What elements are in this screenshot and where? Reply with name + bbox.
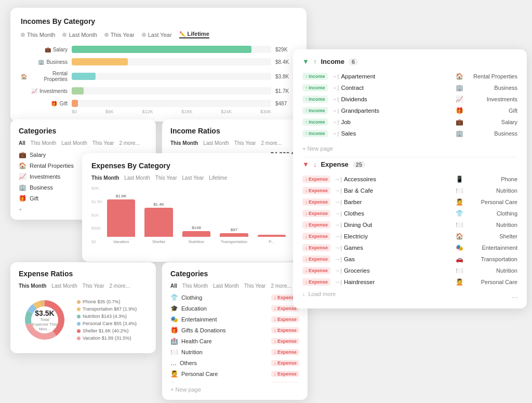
cat-filter-all[interactable]: All — [19, 140, 25, 146]
ir-filter-last-month[interactable]: Last Month — [203, 140, 229, 146]
tree-badge-expense: ↓ Expense — [302, 256, 330, 263]
tree-row-name: Job — [341, 119, 456, 125]
ce-filter-more[interactable]: 2 more... — [271, 283, 291, 289]
exp-filter-this-month[interactable]: This Month — [91, 175, 119, 181]
tree-row[interactable]: ↓ Expense →| Bar & Cafe 🍽️ Nutrition — [302, 185, 517, 196]
cat-filter-more[interactable]: 2 more... — [119, 140, 139, 146]
income-bar-label: 📈 Investments — [21, 88, 68, 94]
income-bar-track — [72, 100, 271, 107]
exp-filter-lifetime[interactable]: Lifetime — [209, 175, 227, 181]
tree-new-page-income[interactable]: + New page — [302, 143, 517, 154]
list-item[interactable]: 🍽️ Nutrition ↓ Expense — [170, 348, 299, 356]
tree-row[interactable]: ↓ Expense →| Accessoires 📱 Phone — [302, 173, 517, 185]
tree-right-label: Investments — [466, 96, 517, 102]
tree-right-label: Nutrition — [466, 222, 517, 228]
exp-badge: ↓ Expense — [271, 349, 299, 355]
filter-lifetime[interactable]: ✏️ Lifetime — [179, 31, 209, 38]
ce-filter-this-year[interactable]: This Year — [244, 283, 266, 289]
list-item[interactable]: 👕 Clothing ↓ Expense — [170, 294, 299, 301]
list-item[interactable]: 🎁 Gifts & Donations ↓ Expense — [170, 327, 299, 334]
er-filter-last-month[interactable]: Last Month — [51, 283, 77, 289]
income-bar-label: 🎁 Gift — [21, 101, 68, 106]
tree-badge-income: ↑ Income — [302, 96, 328, 103]
expense-ratios-donut-area: $3.5K Total Expense This Mon... Phone $3… — [19, 294, 148, 346]
ir-filter-more[interactable]: 2 more... — [261, 140, 282, 146]
ce-filter-last-month[interactable]: Last Month — [213, 283, 238, 289]
more-options-button[interactable]: ··· — [512, 293, 518, 302]
er-filter-this-year[interactable]: This Year — [83, 283, 104, 289]
income-bar-track — [72, 87, 271, 95]
exp-bar-value: $1.4K — [153, 202, 164, 207]
tree-row[interactable]: ↑ Income →| Dividends 📈 Investments — [302, 93, 517, 105]
income-ratios-title: Income Ratios — [170, 127, 298, 135]
filter-this-year[interactable]: This Year — [104, 32, 135, 38]
tree-row[interactable]: ↓ Expense →| Barber 💆 Personal Care — [302, 196, 517, 208]
list-item[interactable]: 🎭 Entertainment ↓ Expense — [170, 316, 299, 323]
list-item[interactable]: 🎓 Education ↓ Expense — [170, 305, 299, 312]
filter-last-month[interactable]: Last Month — [62, 32, 97, 38]
list-item[interactable]: 🏥 Health Care ↓ Expense — [170, 338, 299, 345]
list-item[interactable]: 💆 Personal Care ↓ Expense — [170, 370, 299, 378]
er-filter-more[interactable]: 2 more... — [110, 283, 130, 289]
categories-income-title: Categories — [19, 127, 148, 135]
tree-right-label: Salary — [466, 119, 517, 125]
tree-right-icon: 💼 — [456, 118, 463, 126]
income-bar-fill — [72, 46, 251, 53]
tree-row[interactable]: ↓ Expense →| Dining Out 🍽️ Nutrition — [302, 219, 517, 231]
exp-filter-last-year[interactable]: Last Year — [182, 175, 204, 181]
tree-row-name: Dividends — [341, 96, 456, 102]
legend-dot — [77, 300, 81, 304]
tree-right-icon: 🚗 — [456, 256, 463, 263]
ce-filter-this-month[interactable]: This Month — [182, 283, 208, 289]
tree-expense-count: 25 — [353, 161, 365, 168]
tree-row[interactable]: ↑ Income →| Appartement 🏠 Rental Propert… — [302, 71, 517, 82]
exp-cat-icon: 💆 — [170, 370, 178, 378]
tree-right-icon: 💆 — [456, 198, 463, 206]
donut-chart: $3.5K Total Expense This Mon... — [19, 294, 71, 346]
tree-row[interactable]: ↓ Expense →| Games 🎭 Entertainment — [302, 242, 517, 253]
expenses-card: Expenses By Category This Month Last Mon… — [82, 153, 295, 262]
ir-filter-this-year[interactable]: This Year — [234, 140, 256, 146]
legend-label: Phone $35 (0.7%) — [83, 299, 121, 304]
tree-row[interactable]: ↓ Expense →| Electriciy 🏠 Shelter — [302, 231, 517, 242]
new-page-expense[interactable]: + New page — [170, 386, 299, 393]
cat-filter-last-month[interactable]: Last Month — [61, 140, 87, 146]
list-item[interactable]: … Others ↓ Expense — [170, 359, 299, 367]
tree-row[interactable]: ↓ Expense →| Gas 🚗 Transportation — [302, 253, 517, 265]
cat-filter-this-year[interactable]: This Year — [92, 140, 114, 146]
cat-label: Rental Properties — [30, 163, 74, 169]
tree-row[interactable]: ↑ Income →| Job 💼 Salary — [302, 116, 517, 128]
tree-row[interactable]: ↓ Expense →| Clothes 👕 Clothing — [302, 208, 517, 219]
exp-filter-this-year[interactable]: This Year — [155, 175, 177, 181]
tree-right-icon: 📱 — [456, 176, 463, 183]
axis-label: $6K — [105, 109, 114, 114]
exp-yaxis-label: $0 — [91, 239, 102, 244]
tree-right-label: Phone — [466, 176, 517, 182]
categories-expense-filters: All This Month Last Month This Year 2 mo… — [170, 283, 299, 289]
ir-filter-this-month[interactable]: This Month — [170, 140, 198, 146]
tree-row-name: Barber — [344, 199, 456, 205]
load-more-button[interactable]: ↓ Load more — [302, 288, 517, 300]
cat-filter-this-month[interactable]: This Month — [31, 140, 56, 146]
tree-row[interactable]: ↑ Income →| Grandpartents 🎁 Gift — [302, 105, 517, 116]
tree-row[interactable]: ↑ Income →| Contract 🏢 Business — [302, 82, 517, 93]
tree-badge-expense: ↓ Expense — [302, 210, 330, 217]
expense-ratios-card: Expense Ratios This Month Last Month Thi… — [10, 262, 156, 353]
legend-dot — [77, 322, 81, 326]
list-item[interactable]: 🐾 Pets ↓ Expense — [170, 381, 299, 382]
tree-arrow: →| — [335, 267, 342, 274]
categories-expense-card: Categories All This Month Last Month Thi… — [162, 262, 308, 400]
tree-row[interactable]: ↑ Income →| Sales 🏢 Business — [302, 128, 517, 139]
tree-arrow: →| — [335, 222, 342, 228]
exp-cat-label: Nutrition — [181, 349, 203, 355]
filter-this-month[interactable]: This Month — [21, 32, 55, 38]
tree-row[interactable]: ↓ Expense →| Groceries 🍽️ Nutrition — [302, 265, 517, 276]
er-filter-this-month[interactable]: This Month — [19, 283, 46, 289]
exp-cat-icon: … — [170, 359, 177, 367]
filter-last-year[interactable]: Last Year — [142, 32, 172, 38]
tree-row[interactable]: ↓ Expense →| Hairdresser 💆 Personal Care — [302, 276, 517, 288]
tree-expense-label: Expense — [321, 160, 348, 168]
ce-filter-all[interactable]: All — [170, 283, 177, 289]
exp-filter-last-month[interactable]: Last Month — [124, 175, 150, 181]
exp-cat-icon: 👕 — [170, 294, 178, 301]
